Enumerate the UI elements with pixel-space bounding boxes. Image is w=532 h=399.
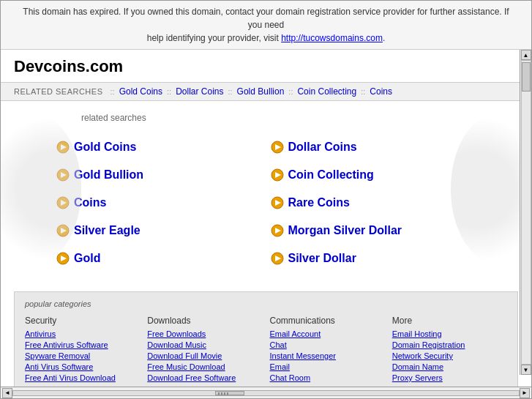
scroll-thumb-horizontal[interactable] [215, 391, 244, 395]
horizontal-scrollbar[interactable]: ◄ ► [1, 387, 531, 398]
pop-link-download-free-software[interactable]: Download Free Software [147, 373, 262, 382]
link-item-morgan-silver-dollar: Morgan Silver Dollar [266, 217, 481, 245]
arrow-icon-silver-eagle [56, 224, 70, 237]
scroll-down-button[interactable]: ▼ [521, 365, 531, 375]
pop-col-communications: Communications Email Account Chat Instan… [270, 316, 385, 384]
pop-link-free-anti-virus-download[interactable]: Free Anti Virus Download [25, 373, 140, 382]
links-grid: Gold Coins Dollar Coins Gold Bullion [23, 133, 509, 272]
related-bar-item-gold-coins[interactable]: Gold Coins [119, 86, 162, 97]
search-link-gold[interactable]: Gold [74, 252, 100, 265]
popular-categories-title: popular categories [25, 299, 507, 308]
pop-link-proxy-servers[interactable]: Proxy Servers [392, 373, 507, 382]
related-bar-item-dollar-coins[interactable]: Dollar Coins [176, 86, 223, 97]
link-item-gold: Gold [52, 245, 266, 272]
scroll-up-button[interactable]: ▲ [521, 50, 531, 60]
pop-link-spyware-removal[interactable]: Spyware Removal [25, 351, 140, 360]
search-link-dollar-coins[interactable]: Dollar Coins [288, 141, 357, 154]
arrow-icon-dollar-coins [271, 141, 284, 154]
pop-link-chat[interactable]: Chat [270, 340, 385, 349]
pop-col-communications-title: Communications [270, 316, 385, 326]
arrow-icon-rare-coins [271, 196, 284, 209]
pop-col-more-title: More [392, 316, 507, 326]
pop-link-download-music[interactable]: Download Music [147, 340, 262, 349]
notice-text1: This domain has expired. If you owned th… [23, 7, 509, 30]
popular-categories-section: popular categories Security Antivirus Fr… [14, 291, 518, 387]
pop-link-email-account[interactable]: Email Account [270, 329, 385, 338]
search-link-gold-bullion[interactable]: Gold Bullion [74, 168, 143, 182]
related-bar: RELATED SEARCHES :: Gold Coins :: Dollar… [1, 82, 531, 101]
popular-categories-grid: Security Antivirus Free Antivirus Softwa… [25, 316, 507, 384]
related-bar-item-gold-bullion[interactable]: Gold Bullion [237, 86, 285, 97]
search-link-gold-coins[interactable]: Gold Coins [74, 141, 136, 154]
notice-link[interactable]: http://tucowsdomains.com [281, 33, 383, 43]
pop-link-download-full-movie[interactable]: Download Full Movie [147, 351, 262, 360]
search-link-rare-coins[interactable]: Rare Coins [288, 196, 350, 209]
pop-link-email[interactable]: Email [270, 362, 385, 371]
site-title: Devcoins.com [1, 50, 531, 82]
arrow-icon-coin-collecting [271, 168, 284, 182]
pop-link-instant-messenger[interactable]: Instant Messenger [270, 351, 385, 360]
pop-link-free-downloads[interactable]: Free Downloads [147, 329, 262, 338]
link-item-coin-collecting: Coin Collecting [266, 161, 481, 189]
search-link-morgan-silver-dollar[interactable]: Morgan Silver Dollar [288, 224, 402, 237]
pop-col-security-title: Security [25, 316, 140, 326]
pop-link-domain-registration[interactable]: Domain Registration [392, 340, 507, 349]
scroll-left-button[interactable]: ◄ [2, 388, 12, 398]
search-content: related searches Gold Coins Dollar Coins [1, 101, 531, 284]
link-item-silver-eagle: Silver Eagle [52, 217, 266, 245]
search-link-coin-collecting[interactable]: Coin Collecting [288, 168, 374, 182]
pop-link-anti-virus-software[interactable]: Anti Virus Software [25, 362, 140, 371]
link-item-silver-dollar: Silver Dollar [266, 245, 481, 272]
pop-link-antivirus[interactable]: Antivirus [25, 329, 140, 338]
scroll-right-button[interactable]: ► [520, 388, 530, 398]
arrow-icon-gold-coins [56, 141, 70, 154]
pop-col-downloads: Downloads Free Downloads Download Music … [147, 316, 262, 384]
expired-notice: This domain has expired. If you owned th… [1, 1, 531, 50]
arrow-icon-gold [56, 252, 70, 265]
pop-link-chat-room[interactable]: Chat Room [270, 373, 385, 382]
search-heading: related searches [23, 113, 509, 123]
arrow-icon-gold-bullion [56, 168, 70, 182]
link-item-dollar-coins: Dollar Coins [266, 133, 481, 161]
arrow-icon-silver-dollar [271, 252, 284, 265]
vertical-scrollbar[interactable]: ▲ ▼ [520, 50, 531, 375]
scroll-thumb-vertical[interactable] [522, 62, 531, 92]
link-item-gold-coins: Gold Coins [52, 133, 266, 161]
search-link-silver-dollar[interactable]: Silver Dollar [288, 252, 356, 265]
pop-link-email-hosting[interactable]: Email Hosting [392, 329, 507, 338]
link-item-rare-coins: Rare Coins [266, 189, 481, 217]
pop-link-domain-name[interactable]: Domain Name [392, 362, 507, 371]
related-bar-label: RELATED SEARCHES [14, 87, 103, 96]
related-bar-item-coin-collecting[interactable]: Coin Collecting [297, 86, 356, 97]
link-item-coins: Coins [52, 189, 266, 217]
pop-col-downloads-title: Downloads [147, 316, 262, 326]
pop-col-more: More Email Hosting Domain Registration N… [392, 316, 507, 384]
notice-text2: help identifying your provider, visit [147, 33, 281, 43]
pop-col-security: Security Antivirus Free Antivirus Softwa… [25, 316, 140, 384]
page-wrapper: This domain has expired. If you owned th… [0, 0, 532, 399]
scroll-track-vertical[interactable] [521, 60, 531, 365]
pop-link-free-antivirus-software[interactable]: Free Antivirus Software [25, 340, 140, 349]
sep1: :: [110, 87, 115, 96]
outer-content: Devcoins.com RELATED SEARCHES :: Gold Co… [1, 50, 531, 387]
link-item-gold-bullion: Gold Bullion [52, 161, 266, 189]
pop-link-network-security[interactable]: Network Security [392, 351, 507, 360]
page-content[interactable]: Devcoins.com RELATED SEARCHES :: Gold Co… [1, 50, 531, 387]
pop-link-free-music-download[interactable]: Free Music Download [147, 362, 262, 371]
scroll-track-horizontal[interactable] [12, 390, 520, 396]
search-link-coins[interactable]: Coins [74, 196, 106, 209]
arrow-icon-morgan-silver-dollar [271, 224, 284, 237]
search-link-silver-eagle[interactable]: Silver Eagle [74, 224, 141, 237]
arrow-icon-coins [56, 196, 70, 209]
related-bar-item-coins[interactable]: Coins [370, 86, 392, 97]
